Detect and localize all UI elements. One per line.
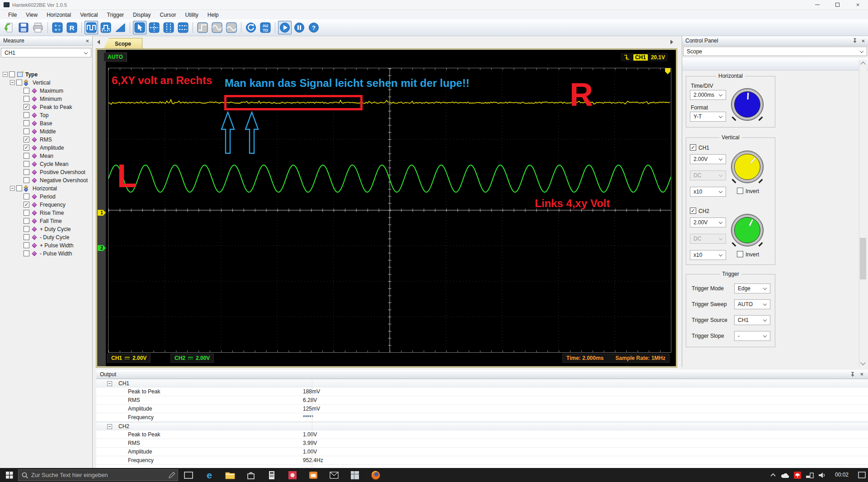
tree-item-base[interactable]: Base xyxy=(0,119,92,128)
horizontal-cursor-button[interactable] xyxy=(176,21,190,34)
group-expander-icon[interactable] xyxy=(107,424,112,429)
calculator-icon[interactable] xyxy=(261,468,282,482)
task-view-icon[interactable] xyxy=(178,468,199,482)
cursor-select-button[interactable] xyxy=(133,21,146,34)
tree-item-positive-overshoot[interactable]: Positive Overshoot xyxy=(0,168,92,176)
tree-item-frequency[interactable]: ✓Frequency xyxy=(0,201,92,209)
trigger-mode-select[interactable]: Edge xyxy=(734,284,770,293)
output-close-icon[interactable]: × xyxy=(860,371,863,378)
pulse-wave-button[interactable] xyxy=(99,21,113,34)
sine-signal-button[interactable] xyxy=(210,21,224,34)
clock[interactable]: 00:02 xyxy=(828,468,856,482)
tree-checkbox[interactable] xyxy=(24,194,29,199)
trigger-slope-select[interactable]: - xyxy=(734,331,770,341)
menu-view[interactable]: View xyxy=(21,11,42,19)
ch2-invert-checkbox[interactable] xyxy=(737,251,743,257)
tree-item--pulse-width[interactable]: + Pulse Width xyxy=(0,241,92,250)
format-select[interactable]: Y-T xyxy=(690,112,726,122)
tree-checkbox[interactable] xyxy=(24,128,29,134)
tree-item-rise-time[interactable]: Rise Time xyxy=(0,209,92,217)
action-center-icon[interactable] xyxy=(856,468,868,482)
tree-checkbox[interactable] xyxy=(24,88,29,94)
tree-item-rms[interactable]: ✓RMS xyxy=(0,136,92,144)
tree-expander-icon[interactable] xyxy=(10,186,15,191)
trigger-source-select[interactable]: CH1 xyxy=(734,315,770,325)
tree-checkbox[interactable] xyxy=(24,153,29,159)
tree-checkbox[interactable] xyxy=(24,177,29,183)
triangle-display-button[interactable] xyxy=(113,21,127,34)
menu-horizontal[interactable]: Horizontal xyxy=(42,11,75,19)
desktop-app-icon[interactable] xyxy=(344,468,365,482)
scrollbar-thumb[interactable] xyxy=(860,238,866,279)
menu-file[interactable]: File xyxy=(4,11,21,19)
tree-checkbox[interactable] xyxy=(24,96,29,102)
pin-icon[interactable] xyxy=(850,372,855,377)
reference-wave-button[interactable]: R xyxy=(65,21,79,34)
tree-item-middle[interactable]: Middle xyxy=(0,128,92,136)
math-operation-button[interactable]: + −× ÷ xyxy=(51,21,64,34)
tree-checkbox[interactable] xyxy=(24,226,29,232)
tree-item-type[interactable]: Type xyxy=(0,71,92,79)
ch1-volts-div-select[interactable]: 2.00V xyxy=(690,154,726,164)
menu-utility[interactable]: Utility xyxy=(180,11,203,19)
cross-cursor-button[interactable] xyxy=(147,21,161,34)
mail-icon[interactable] xyxy=(324,468,344,482)
photos-app-icon[interactable] xyxy=(282,468,303,482)
tree-item-vertical[interactable]: Vertical xyxy=(0,79,92,87)
tree-checkbox[interactable] xyxy=(24,161,29,167)
edge-icon[interactable]: e xyxy=(199,468,220,482)
start-button[interactable] xyxy=(0,468,18,482)
open-file-button[interactable] xyxy=(2,21,16,34)
menu-vertical[interactable]: Vertical xyxy=(75,11,102,19)
print-button[interactable] xyxy=(31,21,45,34)
tree-item-mean[interactable]: Mean xyxy=(0,152,92,160)
help-button[interactable]: ? xyxy=(307,21,321,34)
tree-checkbox[interactable] xyxy=(24,169,29,175)
time-div-knob[interactable] xyxy=(731,88,764,121)
minimize-button[interactable] xyxy=(807,0,827,9)
menu-cursor[interactable]: Cursor xyxy=(155,11,180,19)
scroll-up-icon[interactable] xyxy=(860,61,865,66)
ch1-volts-knob[interactable] xyxy=(731,151,764,183)
ch2-volts-div-select[interactable]: 2.00V xyxy=(690,217,726,227)
menu-trigger[interactable]: Trigger xyxy=(103,11,129,19)
trigger-sweep-select[interactable]: AUTO xyxy=(734,299,770,309)
tree-item-amplitude[interactable]: ✓Amplitude xyxy=(0,144,92,152)
pin-icon[interactable] xyxy=(852,38,858,43)
firefox-icon[interactable] xyxy=(365,468,386,482)
tree-item-period[interactable]: Period xyxy=(0,193,92,201)
tree-item--duty-cycle[interactable]: + Duty Cycle xyxy=(0,225,92,233)
pause-button[interactable] xyxy=(292,21,306,34)
tree-checkbox[interactable] xyxy=(24,210,29,216)
control-mode-select[interactable]: Scope xyxy=(683,47,867,56)
tab-scope[interactable]: Scope xyxy=(104,38,142,49)
tray-chevron-icon[interactable] xyxy=(767,468,779,482)
ch1-invert-checkbox[interactable] xyxy=(737,188,743,194)
menu-help[interactable]: Help xyxy=(203,11,223,19)
autoset-button[interactable]: AUTO xyxy=(259,21,272,34)
tree-expander-icon[interactable] xyxy=(10,80,15,85)
store-icon[interactable] xyxy=(241,468,261,482)
tree-checkbox[interactable] xyxy=(9,71,15,77)
tv-app-icon[interactable] xyxy=(303,468,324,482)
refresh-button[interactable] xyxy=(244,21,258,34)
tree-item--duty-cycle[interactable]: - Duty Cycle xyxy=(0,233,92,241)
tab-scroll-left-icon[interactable] xyxy=(97,40,100,44)
ch1-probe-select[interactable]: x10 xyxy=(690,187,726,197)
scroll-down-icon[interactable] xyxy=(860,360,865,365)
network-icon[interactable] xyxy=(803,468,816,482)
close-button[interactable]: × xyxy=(848,0,868,9)
vertical-cursor-button[interactable] xyxy=(162,21,175,34)
tree-checkbox[interactable] xyxy=(24,218,29,224)
ch2-probe-select[interactable]: x10 xyxy=(690,250,726,260)
pen-icon[interactable] xyxy=(168,472,175,479)
start-button[interactable] xyxy=(278,21,292,34)
tree-item-fall-time[interactable]: Fall Time xyxy=(0,217,92,225)
ch2-volts-knob[interactable] xyxy=(731,214,764,246)
measure-close-icon[interactable]: × xyxy=(85,38,89,44)
tree-item-peak-to-peak[interactable]: ✓Peak to Peak xyxy=(0,103,92,111)
file-explorer-icon[interactable] xyxy=(220,468,241,482)
maximize-button[interactable] xyxy=(827,0,848,9)
measure-channel-select[interactable]: CH1 xyxy=(1,48,91,57)
group-expander-icon[interactable] xyxy=(107,381,112,386)
